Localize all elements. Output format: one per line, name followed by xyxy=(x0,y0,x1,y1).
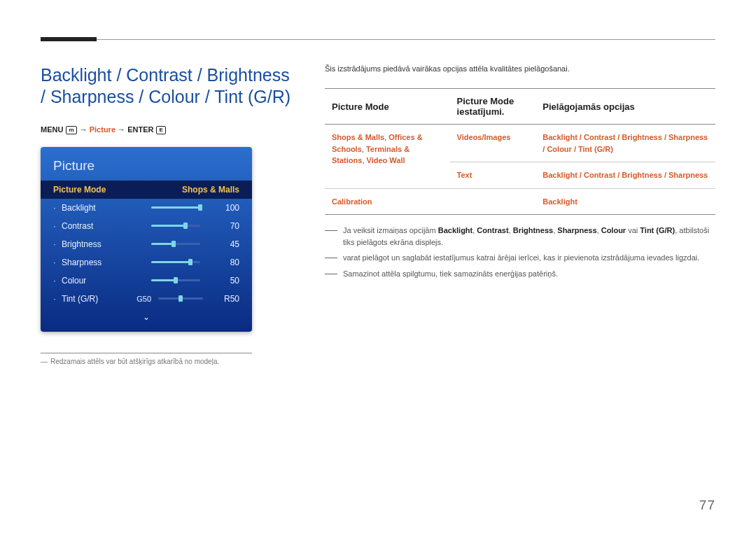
slider-track[interactable] xyxy=(151,206,200,209)
keyword: Video Wall xyxy=(367,156,405,164)
osd-row-sharpness[interactable]: · Sharpness 80 xyxy=(41,253,252,272)
osd-label: Colour xyxy=(62,276,122,286)
footnote-text: Redzamais attēls var būt atšķirīgs atkar… xyxy=(50,358,219,365)
osd-label: Picture Mode xyxy=(53,185,176,195)
slider-fill xyxy=(151,225,186,227)
keyword: Backlight xyxy=(542,197,578,206)
table-header: Pielāgojamās opcijas xyxy=(536,89,715,125)
osd-row-contrast[interactable]: · Contrast 70 xyxy=(41,217,252,235)
bold: Colour xyxy=(601,226,626,234)
osd-row-picture-mode[interactable]: Picture Mode Shops & Malls xyxy=(41,181,252,199)
osd-label: Contrast xyxy=(62,221,122,231)
osd-title: Picture xyxy=(41,154,252,181)
slider-knob[interactable] xyxy=(172,241,176,247)
dash-icon: ― xyxy=(41,358,50,365)
table-row: Calibration Backlight xyxy=(325,188,715,215)
osd-tint-left: G50 xyxy=(127,295,151,303)
menu-path-highlight: Picture xyxy=(90,125,115,134)
table-row: Shops & Malls, Offices & Schools, Termin… xyxy=(325,125,715,162)
menu-path-pre: MENU xyxy=(41,125,65,134)
keyword: Calibration xyxy=(332,197,372,206)
table-header: Picture Mode iestatījumi. xyxy=(450,89,536,125)
slider-fill xyxy=(151,261,190,263)
keyword: Videos/Images xyxy=(457,133,511,141)
page-title: Backlight / Contrast / Brightness / Shar… xyxy=(41,64,298,108)
keyword: Text xyxy=(457,171,472,179)
bullet-icon: · xyxy=(53,221,56,231)
note-text: Ja veiksit izmaiņas opcijām xyxy=(343,226,438,234)
osd-value: 50 xyxy=(211,276,239,286)
note-text: varat pielāgot un saglabāt iestatījumus … xyxy=(343,252,715,264)
slider-knob[interactable] xyxy=(188,259,192,265)
osd-row-tint[interactable]: · Tint (G/R) G50 R50 xyxy=(41,290,252,308)
menu-path: MENU m → Picture → ENTER E xyxy=(41,125,298,134)
bold: Contrast xyxy=(477,226,508,234)
slider-track[interactable] xyxy=(151,243,200,245)
header-rule xyxy=(41,39,715,40)
osd-label: Backlight xyxy=(62,203,122,213)
keyword: Backlight / Contrast / Brightness / Shar… xyxy=(542,171,708,179)
slider-knob[interactable] xyxy=(198,204,202,211)
slider-track[interactable] xyxy=(151,279,200,281)
osd-value: 80 xyxy=(211,258,239,267)
footnote: ―Redzamais attēls var būt atšķirīgs atka… xyxy=(41,358,252,365)
osd-label: Sharpness xyxy=(62,258,122,267)
osd-value: 70 xyxy=(211,221,239,231)
slider-track[interactable] xyxy=(158,297,203,300)
osd-panel: Picture Picture Mode Shops & Malls · Bac… xyxy=(41,147,252,332)
osd-value: Shops & Malls xyxy=(182,185,239,195)
slider-fill xyxy=(151,206,200,209)
slider-fill xyxy=(151,243,174,245)
options-table: Picture Mode Picture Mode iestatījumi. P… xyxy=(325,88,715,215)
dash-icon xyxy=(325,230,337,231)
note-text: Samazinot attēla spilgtumu, tiek samazin… xyxy=(343,268,715,280)
enter-icon: E xyxy=(156,126,165,134)
note-item: varat pielāgot un saglabāt iestatījumus … xyxy=(325,252,715,264)
bullet-icon: · xyxy=(53,239,56,249)
bullet-icon: · xyxy=(53,276,56,286)
bold: Sharpness xyxy=(557,226,596,234)
slider-knob[interactable] xyxy=(183,223,188,229)
bold: Tint (G/R) xyxy=(640,226,675,234)
notes-block: Ja veiksit izmaiņas opcijām Backlight, C… xyxy=(325,225,715,279)
slider-knob[interactable] xyxy=(178,295,183,302)
osd-label: Tint (G/R) xyxy=(62,294,122,304)
menu-path-post: ENTER xyxy=(127,125,155,134)
bold: Brightness xyxy=(513,226,553,234)
page-number: 77 xyxy=(699,498,715,513)
keyword: Backlight / Contrast / Brightness / Shar… xyxy=(542,133,708,153)
keyword: Shops & Malls xyxy=(332,133,384,141)
menu-path-arrow: → xyxy=(115,125,127,134)
menu-path-arrow: → xyxy=(78,125,90,134)
osd-row-colour[interactable]: · Colour 50 xyxy=(41,272,252,290)
sep: vai xyxy=(626,226,640,234)
table-header: Picture Mode xyxy=(325,89,450,125)
note-item: Ja veiksit izmaiņas opcijām Backlight, C… xyxy=(325,225,715,248)
intro-text: Šis izstrādājums piedāvā vairākas opcija… xyxy=(325,64,715,73)
osd-value: 100 xyxy=(211,203,239,213)
divider: ―Redzamais attēls var būt atšķirīgs atka… xyxy=(41,353,252,365)
osd-row-backlight[interactable]: · Backlight 100 xyxy=(41,199,252,217)
menu-icon: m xyxy=(66,126,76,134)
note-item: Samazinot attēla spilgtumu, tiek samazin… xyxy=(325,268,715,280)
bullet-icon: · xyxy=(53,203,56,213)
slider-track[interactable] xyxy=(151,261,200,263)
osd-row-brightness[interactable]: · Brightness 45 xyxy=(41,235,252,253)
slider-knob[interactable] xyxy=(174,277,178,283)
bullet-icon: · xyxy=(53,294,56,304)
dash-icon xyxy=(325,274,337,274)
bullet-icon: · xyxy=(53,258,56,267)
slider-fill xyxy=(151,279,176,281)
chevron-down-icon[interactable]: ⌄ xyxy=(41,308,252,322)
osd-label: Brightness xyxy=(62,239,122,249)
dash-icon xyxy=(325,258,337,258)
slider-track[interactable] xyxy=(151,225,200,227)
bold: Backlight xyxy=(438,226,473,234)
osd-tint-right: R50 xyxy=(211,294,239,304)
osd-value: 45 xyxy=(211,239,239,249)
